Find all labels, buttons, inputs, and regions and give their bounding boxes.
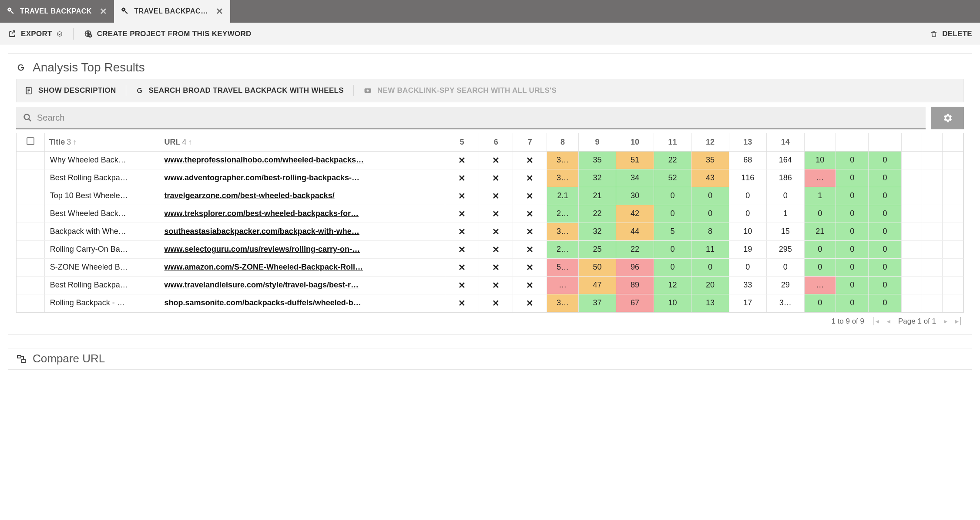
search-broad-button[interactable]: SEARCH BROAD TRAVEL BACKPACK WITH WHEELS: [136, 86, 344, 95]
extra-cell: [901, 240, 922, 258]
row-url[interactable]: www.selectoguru.com/us/reviews/rolling-c…: [160, 240, 445, 258]
table-row[interactable]: Best Wheeled Back…www.treksplorer.com/be…: [17, 205, 963, 223]
col-8[interactable]: 8: [547, 133, 579, 151]
settings-button[interactable]: [931, 107, 964, 129]
row-url[interactable]: shop.samsonite.com/backpacks-duffels/whe…: [160, 294, 445, 312]
create-project-button[interactable]: CREATE PROJECT FROM THIS KEYWORD: [84, 30, 252, 38]
col-extra-5[interactable]: [922, 133, 943, 151]
divider: [126, 85, 126, 96]
col-5[interactable]: 5: [445, 133, 479, 151]
col-title[interactable]: Title3↑: [44, 133, 160, 151]
search-icon: [22, 112, 33, 123]
x-icon: ✕: [526, 245, 534, 254]
row-checkbox-cell[interactable]: [17, 240, 44, 258]
x-cell: ✕: [479, 187, 513, 205]
col-10[interactable]: 10: [616, 133, 654, 151]
table-row[interactable]: Top 10 Best Wheele…travelgearzone.com/be…: [17, 187, 963, 205]
x-cell: ✕: [479, 151, 513, 169]
table-row[interactable]: Why Wheeled Back…www.theprofessionalhobo…: [17, 151, 963, 169]
export-button[interactable]: EXPORT: [8, 30, 63, 38]
backlink-spy-button[interactable]: NEW BACKLINK-SPY SEARCH WITH ALL URLS'S: [363, 86, 557, 95]
table-row[interactable]: S-ZONE Wheeled B…www.amazon.com/S-ZONE-W…: [17, 258, 963, 276]
x-cell: ✕: [445, 276, 479, 294]
col-11[interactable]: 11: [654, 133, 691, 151]
delete-button[interactable]: DELETE: [930, 30, 972, 38]
metric-cell: 13: [691, 294, 729, 312]
row-url[interactable]: www.travelandleisure.com/style/travel-ba…: [160, 276, 445, 294]
tab-travel-backpack-active[interactable]: TRAVEL BACKPAC… ✕: [114, 0, 230, 23]
x-cell: ✕: [513, 151, 547, 169]
row-title: Best Rolling Backpa…: [44, 276, 160, 294]
first-page-button[interactable]: ⎮◂: [872, 317, 879, 325]
table-row[interactable]: Best Rolling Backpa…www.travelandleisure…: [17, 276, 963, 294]
globe-plus-icon: [84, 30, 93, 38]
close-icon[interactable]: ✕: [100, 6, 107, 17]
row-checkbox-cell[interactable]: [17, 151, 44, 169]
col-6[interactable]: 6: [479, 133, 513, 151]
metric-cell: 0: [836, 294, 869, 312]
col-9[interactable]: 9: [578, 133, 616, 151]
document-icon: [24, 86, 33, 95]
prev-page-button[interactable]: ◂: [887, 317, 890, 325]
divider: [73, 28, 74, 40]
col-7[interactable]: 7: [513, 133, 547, 151]
col-12[interactable]: 12: [691, 133, 729, 151]
search-box[interactable]: [16, 107, 926, 129]
export-icon: [8, 30, 17, 38]
row-checkbox-cell[interactable]: [17, 205, 44, 223]
x-icon: ✕: [526, 155, 534, 165]
col-url[interactable]: URL4↑: [160, 133, 445, 151]
col-13[interactable]: 13: [729, 133, 766, 151]
metric-cell: 0: [691, 258, 729, 276]
key-search-icon: [121, 7, 129, 15]
checkbox-icon[interactable]: [27, 137, 34, 145]
last-page-button[interactable]: ▸⎮: [955, 317, 962, 325]
metric-cell: 44: [616, 223, 654, 240]
row-url[interactable]: www.amazon.com/S-ZONE-Wheeled-Backpack-R…: [160, 258, 445, 276]
row-checkbox-cell[interactable]: [17, 294, 44, 312]
table-row[interactable]: Best Rolling Backpa…www.adventographer.c…: [17, 169, 963, 187]
metric-cell: 0: [869, 294, 901, 312]
tab-travel-backpack[interactable]: TRAVEL BACKPACK ✕: [0, 0, 114, 23]
compare-icon: [16, 354, 27, 364]
x-cell: ✕: [513, 205, 547, 223]
row-url[interactable]: travelgearzone.com/best-wheeled-backpack…: [160, 187, 445, 205]
x-icon: ✕: [526, 191, 534, 201]
row-checkbox-cell[interactable]: [17, 223, 44, 240]
close-icon[interactable]: ✕: [216, 6, 224, 17]
col-14[interactable]: 14: [767, 133, 804, 151]
col-extra-1[interactable]: [804, 133, 836, 151]
row-url[interactable]: www.theprofessionalhobo.com/wheeled-back…: [160, 151, 445, 169]
metric-cell: 2…: [547, 205, 579, 223]
row-checkbox-cell[interactable]: [17, 276, 44, 294]
row-url[interactable]: southeastasiabackpacker.com/backpack-wit…: [160, 223, 445, 240]
table-row[interactable]: Backpack with Whe…southeastasiabackpacke…: [17, 223, 963, 240]
metric-cell: 186: [767, 169, 804, 187]
col-extra-2[interactable]: [836, 133, 869, 151]
row-checkbox-cell[interactable]: [17, 258, 44, 276]
show-description-label: SHOW DESCRIPTION: [38, 86, 116, 95]
row-url[interactable]: www.adventographer.com/best-rolling-back…: [160, 169, 445, 187]
backlink-spy-label: NEW BACKLINK-SPY SEARCH WITH ALL URLS'S: [377, 86, 557, 95]
metric-cell: 3…: [547, 169, 579, 187]
col-extra-3[interactable]: [869, 133, 901, 151]
search-input[interactable]: [37, 113, 920, 123]
key-icon: [7, 7, 15, 15]
x-cell: ✕: [479, 240, 513, 258]
col-extra-4[interactable]: [901, 133, 922, 151]
extra-cell: [922, 223, 943, 240]
metric-cell: 17: [729, 294, 766, 312]
col-extra-6[interactable]: [943, 133, 963, 151]
trash-icon: [930, 30, 938, 38]
select-all-header[interactable]: [17, 133, 44, 151]
table-row[interactable]: Rolling Backpack - …shop.samsonite.com/b…: [17, 294, 963, 312]
metric-cell: 0: [869, 276, 901, 294]
row-url[interactable]: www.treksplorer.com/best-wheeled-backpac…: [160, 205, 445, 223]
row-checkbox-cell[interactable]: [17, 169, 44, 187]
extra-cell: [922, 151, 943, 169]
row-checkbox-cell[interactable]: [17, 187, 44, 205]
x-icon: ✕: [458, 155, 466, 165]
show-description-button[interactable]: SHOW DESCRIPTION: [24, 86, 116, 95]
table-row[interactable]: Rolling Carry-On Ba…www.selectoguru.com/…: [17, 240, 963, 258]
next-page-button[interactable]: ▸: [944, 317, 947, 325]
